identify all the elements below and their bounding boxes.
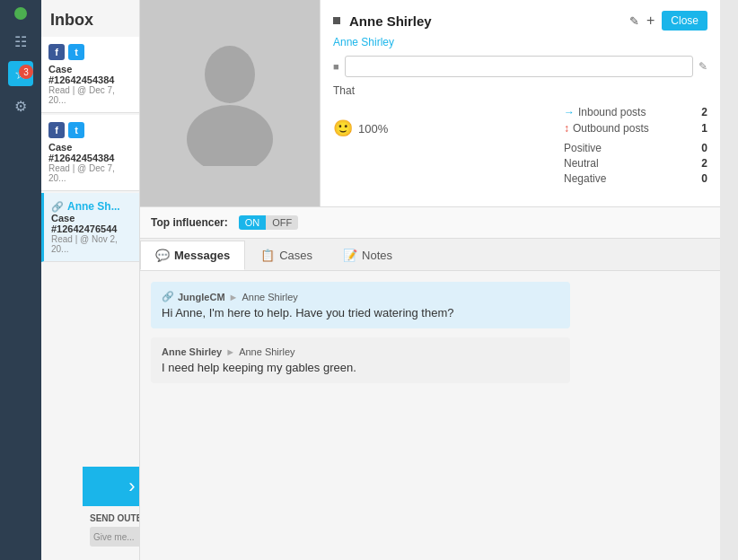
msg-recipient-2: Anne Shirley	[239, 346, 294, 357]
tab-messages[interactable]: 💬 Messages	[140, 241, 245, 270]
influencer-bar: Top influencer: ON OFF	[140, 206, 720, 239]
anne-case: Case #12642476544	[51, 213, 132, 234]
contact-input-row: ■ ✎	[333, 56, 707, 77]
twitter-icon-2: t	[68, 122, 84, 138]
msg-sender-2: Anne Shirley	[162, 346, 222, 357]
negative-row: Negative 0	[564, 172, 707, 185]
sidebar-icon-star[interactable]: ☆ 3	[6, 63, 35, 92]
tab-notes[interactable]: 📝 Notes	[328, 241, 408, 270]
cases-tab-icon: 📋	[260, 249, 275, 262]
add-icon[interactable]: +	[646, 13, 655, 29]
outbound-value: 1	[701, 122, 707, 135]
outbound-label: Outbound posts	[573, 122, 649, 135]
inbox-item-1[interactable]: f t Case #12642454384 Read | @ Dec 7, 20…	[41, 37, 139, 113]
sidebar: ☷ ☆ 3 ⚙	[0, 0, 41, 560]
message-row-2: Anne Shirley ► Anne Shirley I need help …	[151, 337, 709, 383]
outgoing-message-1: Anne Shirley ► Anne Shirley I need help …	[151, 337, 570, 383]
status-dot	[14, 7, 27, 20]
anne-name: Anne Sh...	[67, 200, 120, 213]
positive-row: Positive 0	[564, 142, 707, 154]
case-number-1: Case #12642454384	[48, 64, 132, 85]
inbox-title: Inbox	[41, 0, 139, 37]
neutral-value: 2	[701, 157, 707, 170]
send-outbound-area: SEND OUTBOUND Give me...	[83, 506, 140, 560]
avatar-silhouette	[176, 40, 284, 166]
inbox-panel: Inbox f t Case #12642454384 Read | @ Dec…	[41, 0, 140, 560]
msg-header-1: 🔗 JungleCM ► Anne Shirley	[162, 291, 559, 302]
tabs-bar: 💬 Messages 📋 Cases 📝 Notes	[140, 239, 720, 271]
tab-notes-label: Notes	[362, 249, 392, 262]
influencer-label: Top influencer:	[151, 216, 228, 229]
inbox-item-2[interactable]: f t Case #12642454384 Read | @ Dec 7, 20…	[41, 115, 139, 191]
msg-sender-1: JungleCM	[178, 292, 225, 302]
sidebar-icon-gear[interactable]: ⚙	[6, 95, 35, 124]
toggle-on-button[interactable]: ON	[239, 215, 267, 230]
inbound-label: Inbound posts	[578, 106, 646, 118]
profile-avatar-panel	[140, 0, 320, 206]
next-button[interactable]: ›	[83, 467, 140, 506]
svg-point-1	[187, 105, 273, 166]
inbound-stat: → Inbound posts 2	[564, 106, 707, 118]
positive-value: 0	[701, 142, 707, 154]
close-button[interactable]: Close	[662, 11, 707, 31]
sidebar-icon-layers[interactable]: ☷	[6, 31, 35, 59]
positive-label: Positive	[564, 142, 602, 154]
layers-icon[interactable]: ☷	[8, 29, 33, 54]
inbox-item-anne[interactable]: 🔗 Anne Sh... Case #12642476544 Read | @ …	[41, 193, 139, 262]
msg-arrow-2: ►	[225, 346, 235, 357]
contact-that: That	[333, 84, 707, 97]
negative-label: Negative	[564, 172, 606, 185]
msg-body-1: Hi Anne, I'm here to help. Have you trie…	[162, 306, 559, 319]
negative-value: 0	[701, 172, 707, 185]
msg-arrow-1: ►	[229, 292, 239, 302]
message-row-1: 🔗 JungleCM ► Anne Shirley Hi Anne, I'm h…	[151, 282, 709, 328]
toggle-off-button[interactable]: OFF	[266, 215, 298, 230]
toggle-group: ON OFF	[239, 215, 299, 230]
tab-cases-label: Cases	[279, 249, 312, 262]
contact-text-input[interactable]	[345, 56, 693, 77]
outbound-arrow-icon: ↕	[564, 122, 569, 135]
msg-body-2: I need help keeping my gables green.	[162, 361, 559, 374]
send-outbound-label: SEND OUTBOUND	[90, 513, 140, 523]
facebook-icon-2: f	[48, 122, 65, 138]
contact-info-panel: Anne Shirley ✎ + Close Anne Shirley ■ ✎ …	[320, 0, 720, 206]
sentiment-emoji: 🙂	[333, 118, 353, 138]
inbox-badge: 3	[19, 65, 33, 79]
neutral-label: Neutral	[564, 157, 599, 170]
contact-subtitle: Anne Shirley	[333, 36, 707, 48]
sentiment-area: 🙂 100%	[333, 106, 564, 188]
contact-icon	[333, 17, 340, 24]
contact-edit-icon[interactable]: ✎	[698, 60, 707, 73]
messages-tab-icon: 💬	[155, 249, 170, 262]
anne-read: Read | @ Nov 2, 20...	[51, 234, 132, 254]
contact-actions: ✎ + Close	[629, 11, 707, 31]
contact-header: Anne Shirley ✎ + Close	[333, 11, 707, 31]
link-icon-1: 🔗	[162, 291, 174, 302]
tab-messages-label: Messages	[174, 249, 230, 262]
contact-name: Anne Shirley	[349, 13, 432, 29]
svg-point-0	[205, 46, 255, 103]
stats-area: 🙂 100% → Inbound posts 2 ↕ Outbound post…	[333, 106, 707, 188]
case-number-2: Case #12642454384	[48, 142, 132, 163]
edit-icon[interactable]: ✎	[629, 14, 639, 28]
neutral-row: Neutral 2	[564, 157, 707, 170]
twitter-icon-1: t	[68, 44, 84, 60]
sentiment-percent: 100%	[358, 122, 388, 136]
tab-cases[interactable]: 📋 Cases	[245, 241, 328, 270]
contact-row-icon: ■	[333, 61, 339, 72]
post-stats: → Inbound posts 2 ↕ Outbound posts 1 Pos…	[564, 106, 707, 188]
facebook-icon-1: f	[48, 44, 65, 60]
sentiment-labels: Positive 0 Neutral 2 Negative 0	[564, 142, 707, 185]
inbound-value: 2	[701, 106, 707, 118]
gear-icon[interactable]: ⚙	[8, 93, 33, 118]
msg-header-2: Anne Shirley ► Anne Shirley	[162, 346, 559, 357]
notes-tab-icon: 📝	[343, 249, 357, 262]
give-me-input[interactable]: Give me...	[90, 527, 140, 547]
messages-area: 🔗 JungleCM ► Anne Shirley Hi Anne, I'm h…	[140, 271, 720, 560]
msg-recipient-1: Anne Shirley	[242, 292, 297, 302]
sentiment-row: 🙂 100%	[333, 118, 564, 138]
case-read-2: Read | @ Dec 7, 20...	[48, 163, 132, 183]
give-me-text: Give me...	[93, 532, 135, 542]
contact-name-area: Anne Shirley	[333, 13, 432, 29]
case-read-1: Read | @ Dec 7, 20...	[48, 85, 132, 105]
